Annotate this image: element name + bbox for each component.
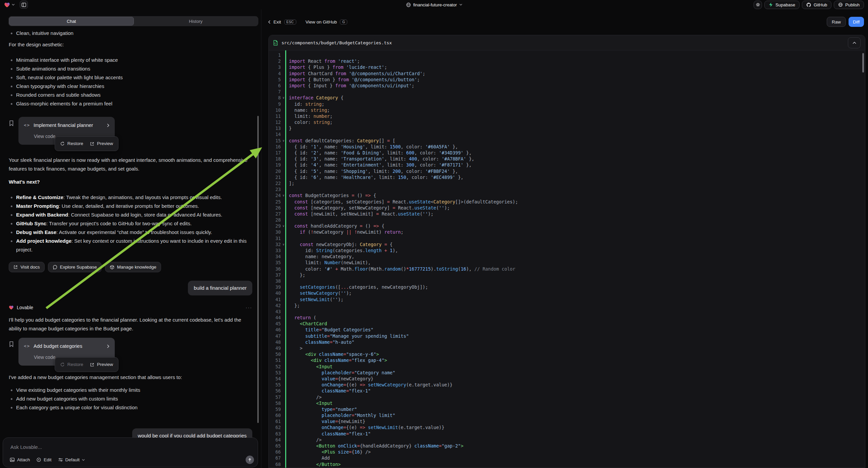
supabase-button[interactable]: Supabase <box>764 1 800 9</box>
preview-button[interactable]: Preview <box>90 360 113 369</box>
project-switcher[interactable]: financial-future-creator <box>406 0 462 9</box>
tab-history[interactable]: History <box>134 17 258 26</box>
chevron-right-icon <box>107 345 110 348</box>
version-card-add-budget-categories[interactable]: <> Add budget categories View code Resto… <box>19 338 115 365</box>
exit-button[interactable]: Exit ESC <box>268 20 296 25</box>
line-number: 26 <box>270 205 281 211</box>
code-text: const [newCategory, setNewCategory] = Re… <box>289 205 450 211</box>
prompt-input[interactable]: Ask Lovable... <box>10 444 42 450</box>
line-number: 12 <box>270 119 281 125</box>
github-button[interactable]: GitHub <box>802 1 831 9</box>
code-body: 12import React from 'react';3import { Pl… <box>269 52 865 467</box>
line-number: 34 <box>270 254 281 260</box>
code-text: className="flex-1" <box>289 431 371 437</box>
code-line: 33 id: String(categories.length + 1), <box>269 247 865 254</box>
line-number: 17 <box>270 150 281 156</box>
version-card-title: Implement financial planner <box>34 121 104 129</box>
edit-mode-button[interactable]: Edit <box>36 457 51 462</box>
lovable-heart-icon <box>9 305 14 310</box>
line-number: 37 <box>270 272 281 278</box>
list-item: Add new budget categories with custom li… <box>9 394 252 403</box>
image-icon <box>10 457 15 462</box>
code-text: value={newCategory} <box>289 376 373 382</box>
code-scrollbar[interactable] <box>862 53 864 72</box>
code-line: 2import React from 'react'; <box>269 58 865 64</box>
github-octocat-icon <box>806 2 811 7</box>
card-hover-actions: Restore Preview <box>55 136 118 151</box>
chevron-down-icon[interactable] <box>12 4 15 6</box>
send-button[interactable] <box>246 456 254 464</box>
lovable-logo-heart-icon[interactable] <box>4 2 10 8</box>
code-line: 40 setNewCategory(''); <box>269 290 865 296</box>
raw-toggle-button[interactable]: Raw <box>827 17 846 27</box>
code-line: 1 <box>269 52 865 58</box>
code-text: </Button> <box>289 461 341 467</box>
line-number: 11 <box>270 113 281 119</box>
diff-toggle-button[interactable]: Diff <box>848 17 864 27</box>
code-text: /> <box>289 437 322 443</box>
line-number: 19 <box>270 162 281 168</box>
visit-docs-button[interactable]: Visit docs <box>9 262 44 272</box>
line-number: 65 <box>270 443 281 449</box>
code-line: 18 { id: '3', name: 'Transportation', li… <box>269 156 865 162</box>
line-number: 30 <box>270 229 281 235</box>
code-text: placeholder="Monthly limit" <box>289 412 395 418</box>
tab-chat[interactable]: Chat <box>9 17 134 26</box>
code-text: setCategories([...categories, newCategor… <box>289 284 428 290</box>
chevron-down-icon <box>82 459 85 461</box>
manage-knowledge-button[interactable]: Manage knowledge <box>105 262 161 272</box>
model-selector[interactable]: Default <box>58 457 85 462</box>
bookmark-icon[interactable] <box>9 120 14 145</box>
version-card-implement-financial-planner[interactable]: <> Implement financial planner View code… <box>19 117 115 145</box>
code-line: 28 <box>269 217 865 223</box>
code-line: 11 limit: number; <box>269 113 865 119</box>
prompt-composer[interactable]: Ask Lovable... Attach Edit Default <box>3 437 258 467</box>
code-text: { id: '2', name: 'Food & Dining', limit:… <box>289 150 472 156</box>
line-number: 44 <box>270 315 281 321</box>
code-line: 44 return ( <box>269 315 865 321</box>
code-line: 23 <box>269 186 865 193</box>
code-line: 26 const [newCategory, setNewCategory] =… <box>269 205 865 211</box>
code-text: const [newLimit, setNewLimit] = React.us… <box>289 211 434 217</box>
sidebar-toggle-button[interactable] <box>20 1 28 9</box>
line-number: 40 <box>270 290 281 296</box>
restore-button[interactable]: Restore <box>60 360 83 369</box>
code-line: 21 { id: '6', name: 'Healthcare', limit:… <box>269 174 865 180</box>
list-item: Refine & Customize: Tweak the design, an… <box>9 193 252 202</box>
code-text: { id: '6', name: 'Healthcare', limit: 15… <box>289 174 463 180</box>
explore-supabase-button[interactable]: Explore Supabase <box>48 262 102 272</box>
code-text: > <box>289 345 303 351</box>
publish-button[interactable]: Publish <box>834 1 864 9</box>
bookmark-icon[interactable] <box>9 341 14 365</box>
supabase-bolt-icon <box>769 2 773 7</box>
top-bar: financial-future-creator Supabase GitHub <box>0 0 868 9</box>
list-item: Add project knowledge: Set key context o… <box>9 237 252 254</box>
version-card-row: <> Implement financial planner View code… <box>9 117 252 145</box>
code-line: 27 const [newLimit, setNewLimit] = React… <box>269 211 865 217</box>
restore-icon <box>60 141 65 146</box>
chat-scrollbar[interactable] <box>257 116 259 423</box>
list-item: Expand with Backend: Connect Supabase to… <box>9 210 252 219</box>
code-text: <div className="flex gap-4"> <box>289 357 387 363</box>
attach-button[interactable]: Attach <box>10 457 30 462</box>
code-line: 10 name: string; <box>269 107 865 113</box>
restore-button[interactable]: Restore <box>60 139 83 148</box>
file-header[interactable]: src/components/budget/BudgetCategories.t… <box>269 35 865 50</box>
line-number: 8 <box>270 95 281 101</box>
code-line: 4import ChartCard from '@/components/ui/… <box>269 70 865 77</box>
line-number: 67 <box>270 455 281 461</box>
code-text: type="number" <box>289 406 357 412</box>
view-on-github-button[interactable]: View on GitHub G <box>306 20 348 25</box>
preview-button[interactable]: Preview <box>90 139 113 148</box>
code-text: import { Plus } from 'lucide-react'; <box>289 64 387 70</box>
code-line: 16 { id: '1', name: 'Housing', limit: 15… <box>269 144 865 150</box>
code-editor[interactable]: 12import React from 'react';3import { Pl… <box>269 50 865 468</box>
list-item: Master Prompting: Use clear, detailed, a… <box>9 202 252 210</box>
settings-button[interactable] <box>753 1 762 9</box>
list-item: Rounded corners and subtle shadows <box>9 91 252 99</box>
line-number: 66 <box>270 449 281 455</box>
line-number: 21 <box>270 174 281 180</box>
collapse-file-button[interactable] <box>848 37 861 48</box>
message-menu-button[interactable]: ··· <box>246 303 252 312</box>
line-number: 62 <box>270 425 281 430</box>
